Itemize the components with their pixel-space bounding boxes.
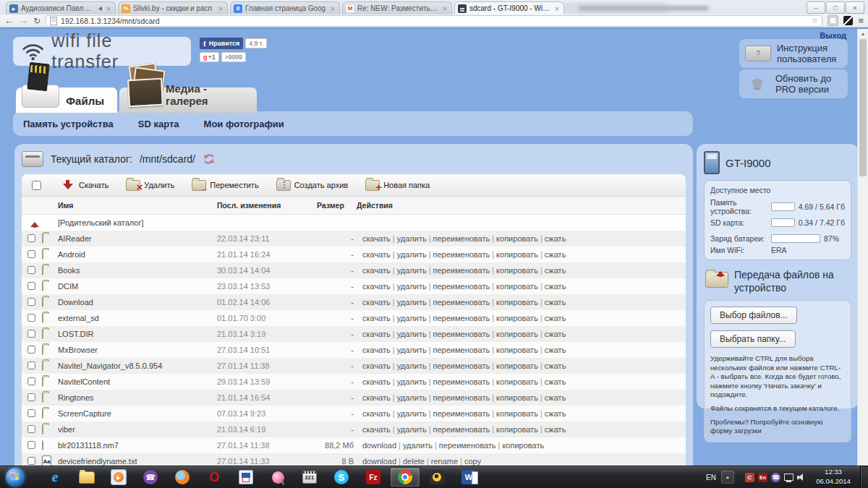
parent-directory-row[interactable]: [Родительский каталог]: [22, 215, 686, 231]
browser-tab-wft[interactable]: sdcard - GT-I9000 - WiFi F: [454, 1, 564, 14]
action-link-3[interactable]: копировать: [496, 425, 538, 434]
file-name[interactable]: Download: [58, 298, 217, 307]
page-scrollbar[interactable]: [857, 29, 868, 466]
action-link-1[interactable]: удалить: [397, 282, 427, 291]
tab-close-icon[interactable]: [105, 5, 112, 12]
action-link-4[interactable]: сжать: [545, 298, 566, 307]
action-link-4[interactable]: сжать: [545, 377, 566, 386]
menu-icon[interactable]: ≡: [858, 15, 864, 26]
taskbar-icon-skype[interactable]: [326, 467, 357, 487]
scrollbar-thumb[interactable]: [859, 39, 867, 176]
taskbar-icon-webcam[interactable]: [422, 467, 452, 487]
tray-viber-icon[interactable]: [771, 473, 780, 482]
minimize-button[interactable]: –: [807, 1, 825, 14]
action-link-3[interactable]: copy: [464, 457, 481, 466]
tab-files[interactable]: Файлы: [16, 87, 117, 113]
table-row[interactable]: LOST.DIR21.03.14 3:19-скачать|удалить|пе…: [22, 326, 686, 342]
table-row[interactable]: Ringtones21.01.14 16:54-скачать|удалить|…: [22, 390, 686, 406]
tray-network-icon[interactable]: [784, 473, 793, 482]
action-link-0[interactable]: скачать: [362, 425, 391, 434]
table-row[interactable]: ScreenCapture07.03.14 9:23-скачать|удали…: [22, 406, 686, 421]
scrollbar-up-icon[interactable]: [858, 29, 868, 38]
action-link-2[interactable]: переименовать: [433, 234, 490, 243]
new-button[interactable]: Новая папка: [365, 180, 430, 191]
row-checkbox[interactable]: [27, 250, 35, 258]
file-name[interactable]: blr20131118.nm7: [58, 441, 217, 450]
table-row[interactable]: Android21.01.14 16:24-скачать|удалить|пе…: [22, 247, 686, 262]
action-link-2[interactable]: переименовать: [433, 282, 490, 291]
delete-button[interactable]: Удалить: [126, 180, 174, 191]
action-link-4[interactable]: сжать: [545, 393, 566, 402]
row-checkbox[interactable]: [27, 377, 35, 385]
table-row[interactable]: blr20131118.nm727.01.14 11:3888,2 Мбdown…: [22, 437, 686, 453]
fb-like-button[interactable]: fНравится: [200, 38, 243, 49]
action-link-1[interactable]: удалить: [403, 441, 433, 450]
table-row[interactable]: Navitel_Navigator_v8.5.0.95427.01.14 11:…: [22, 358, 686, 374]
upload-hint-3[interactable]: Проблемы? Попробуйте основную форму загр…: [710, 418, 845, 436]
table-row[interactable]: viber21.03.14 6:19-скачать|удалить|переи…: [22, 421, 686, 437]
taskbar-icon-viber[interactable]: [135, 467, 166, 487]
action-link-2[interactable]: переименовать: [433, 330, 490, 338]
action-link-4[interactable]: сжать: [545, 346, 566, 354]
table-row[interactable]: devicefriendlyname.txt27.01.14 11:338 Вd…: [22, 453, 686, 466]
tray-speaker-icon[interactable]: [797, 473, 807, 482]
action-link-1[interactable]: удалить: [397, 361, 427, 370]
browser-tab-google[interactable]: Главная страница Goog: [230, 1, 340, 14]
row-checkbox[interactable]: [27, 425, 35, 433]
row-checkbox[interactable]: [27, 234, 35, 242]
row-checkbox[interactable]: [27, 330, 35, 338]
browser-tab-audio[interactable]: Аудиозаписи Павла Д: [6, 1, 116, 14]
file-name[interactable]: Ringtones: [58, 393, 217, 402]
action-link-0[interactable]: скачать: [362, 361, 391, 370]
extension-icon[interactable]: [827, 15, 838, 26]
action-link-3[interactable]: копировать: [496, 361, 538, 370]
file-name[interactable]: viber: [58, 425, 217, 434]
action-link-0[interactable]: скачать: [362, 234, 391, 243]
taskbar-icon-save[interactable]: [231, 467, 261, 487]
action-link-1[interactable]: удалить: [397, 393, 427, 402]
action-link-2[interactable]: переименовать: [439, 441, 496, 450]
action-link-2[interactable]: переименовать: [433, 250, 490, 259]
action-link-2[interactable]: переименовать: [433, 346, 490, 354]
action-link-0[interactable]: скачать: [362, 377, 391, 386]
action-link-4[interactable]: сжать: [545, 361, 566, 370]
action-link-4[interactable]: сжать: [545, 266, 566, 275]
taskbar-icon-opera[interactable]: [199, 467, 229, 487]
action-link-4[interactable]: сжать: [545, 330, 566, 338]
taskbar-icon-firefox[interactable]: [167, 467, 197, 487]
extension-icon-2[interactable]: [843, 16, 853, 25]
show-desktop-button[interactable]: [860, 466, 868, 488]
action-link-1[interactable]: удалить: [397, 314, 427, 322]
table-row[interactable]: external_sd01.01.70 3:00-скачать|удалить…: [22, 310, 686, 326]
action-link-1[interactable]: удалить: [397, 330, 427, 338]
maximize-button[interactable]: □: [826, 1, 845, 14]
refresh-icon[interactable]: [203, 153, 216, 166]
file-name[interactable]: LOST.DIR: [58, 330, 217, 338]
action-link-2[interactable]: переименовать: [433, 425, 490, 434]
taskbar-icon-audio[interactable]: [263, 467, 293, 487]
taskbar-icon-wmp[interactable]: [103, 467, 134, 487]
url-text[interactable]: 192.168.1.3:1234/mnt/sdcard: [61, 17, 807, 25]
taskbar-icon-explorer[interactable]: [72, 467, 102, 487]
action-link-1[interactable]: удалить: [397, 250, 427, 259]
upgrade-pro-button[interactable]: ♛ Обновить до PRO версии: [739, 69, 848, 98]
tray-c-icon[interactable]: [745, 473, 754, 482]
action-link-0[interactable]: download: [362, 457, 396, 466]
zip-button[interactable]: Создать архив: [276, 180, 348, 191]
browser-tab-slivki[interactable]: Slivki.by - скидки и расп: [118, 1, 228, 14]
row-checkbox[interactable]: [27, 441, 35, 449]
action-link-2[interactable]: переименовать: [433, 393, 490, 402]
file-name[interactable]: Navitel_Navigator_v8.5.0.954: [58, 361, 217, 370]
taskbar-icon-ie[interactable]: [40, 467, 70, 487]
back-icon[interactable]: ←: [4, 16, 14, 25]
row-checkbox[interactable]: [27, 346, 35, 354]
action-link-0[interactable]: скачать: [362, 314, 391, 322]
action-link-3[interactable]: копировать: [496, 377, 538, 386]
action-link-3[interactable]: копировать: [496, 298, 538, 307]
action-link-4[interactable]: сжать: [545, 314, 566, 322]
action-link-4[interactable]: сжать: [545, 250, 566, 259]
select-all-checkbox[interactable]: [32, 181, 41, 190]
language-indicator[interactable]: EN: [706, 474, 716, 481]
action-link-3[interactable]: копировать: [502, 441, 544, 450]
action-link-3[interactable]: копировать: [496, 346, 538, 354]
